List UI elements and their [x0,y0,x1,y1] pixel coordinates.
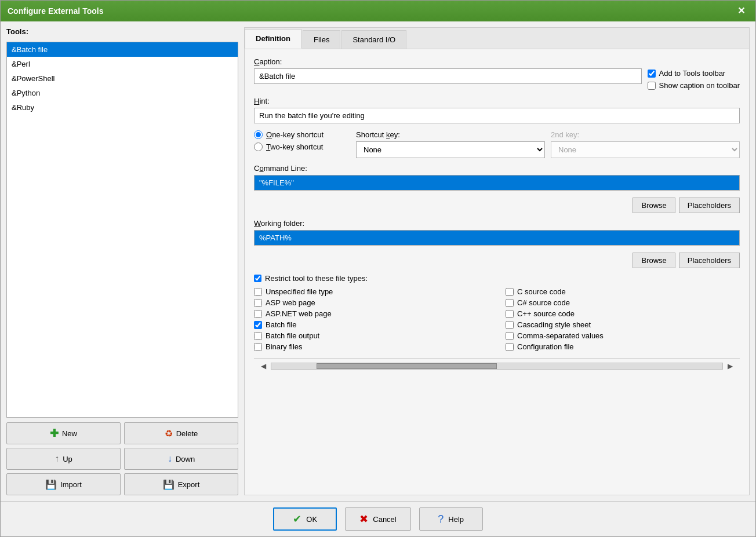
second-key-col: 2nd key: None [551,130,740,158]
command-line-placeholders-button[interactable]: Placeholders [679,198,740,213]
close-button[interactable]: ✕ [734,5,748,17]
filetype-batch-output: Batch file output [254,331,488,340]
working-folder-browse-button[interactable]: Browse [633,253,675,268]
add-to-toolbar-label: Add to Tools toolbar [659,69,726,78]
restrict-section: Restrict tool to these file types: Unspe… [254,274,740,351]
working-folder-label: Working folder: [254,219,740,228]
shortcut-key-label: Shortcut key: [356,130,545,139]
filetype-batch-checkbox[interactable] [254,321,262,329]
scroll-left-arrow[interactable]: ◀ [259,361,268,371]
one-key-radio-item: One-key shortcut [254,130,347,139]
help-icon: ? [438,513,444,525]
tools-label: Tools: [6,27,238,36]
delete-label: Delete [176,429,198,438]
down-label: Down [176,455,195,463]
show-caption-label: Show caption on toolbar [659,81,740,90]
dialog-body: Tools: &Batch file &Perl &PowerShell &Py… [1,21,755,501]
filetype-batch-output-checkbox[interactable] [254,332,262,340]
working-folder-input[interactable] [254,230,740,246]
two-key-label: Two-key shortcut [266,143,323,151]
restrict-header: Restrict tool to these file types: [254,274,740,283]
filetype-binary-checkbox[interactable] [254,343,262,351]
add-to-toolbar-checkbox[interactable] [648,70,656,78]
one-key-label: One-key shortcut [266,130,324,139]
shortcut-type-group: One-key shortcut Two-key shortcut [254,130,347,151]
scroll-right-arrow[interactable]: ▶ [725,361,735,371]
tab-files[interactable]: Files [303,30,340,49]
tools-list[interactable]: &Batch file &Perl &PowerShell &Python &R… [6,42,238,418]
command-line-input[interactable] [254,175,740,191]
tools-list-item-powershell[interactable]: &PowerShell [7,71,238,86]
export-button[interactable]: 💾 Export [124,473,238,495]
filetype-unspecified-checkbox[interactable] [254,288,262,296]
command-line-browse-row: Browse Placeholders [254,198,740,213]
down-arrow-icon: ↓ [168,454,172,464]
one-key-radio[interactable] [254,130,263,139]
left-panel: Tools: &Batch file &Perl &PowerShell &Py… [6,27,238,495]
filetype-csv-checkbox[interactable] [506,332,514,340]
caption-input[interactable] [254,68,642,84]
new-button[interactable]: ✚ New [6,422,121,444]
tools-list-item-ruby[interactable]: &Ruby [7,100,238,115]
tools-list-item-batch[interactable]: &Batch file [7,42,238,57]
cancel-button[interactable]: ✖ Cancel [345,507,410,531]
filetype-config: Configuration file [506,342,740,351]
hint-input[interactable] [254,108,740,123]
shortcut-key-col: Shortcut key: None [356,130,545,158]
new-label: New [62,429,77,438]
filetype-aspnet-checkbox[interactable] [254,310,262,318]
tools-list-item-python[interactable]: &Python [7,86,238,100]
import-button[interactable]: 💾 Import [6,473,121,495]
filetype-c-source: C source code [506,287,740,296]
caption-label: Caption: [254,57,642,66]
definition-tab-content: Caption: Add to Tools toolbar Show capti… [245,49,749,495]
filetype-css-checkbox[interactable] [506,321,514,329]
restrict-label: Restrict tool to these file types: [265,274,368,283]
tab-definition[interactable]: Definition [245,29,301,49]
filetype-unspecified: Unspecified file type [254,287,488,296]
filetype-asp-web: ASP web page [254,298,488,307]
second-key-select[interactable]: None [551,141,740,158]
delete-button[interactable]: ♻ Delete [124,422,238,444]
export-label: Export [178,480,200,489]
filetype-csharp-source: C# source code [506,298,740,307]
filetypes-grid: Unspecified file type C source code ASP … [254,287,740,351]
working-folder-browse-row: Browse Placeholders [254,253,740,268]
show-caption-checkbox[interactable] [648,82,656,90]
help-button[interactable]: ? Help [419,507,483,531]
filetype-config-checkbox[interactable] [506,343,514,351]
dialog-footer: ✔ OK ✖ Cancel ? Help [1,501,755,536]
dialog-title: Configure External Tools [8,6,103,16]
ok-button[interactable]: ✔ OK [273,507,337,531]
filetype-batch-file: Batch file [254,320,488,329]
configure-external-tools-dialog: Configure External Tools ✕ Tools: &Batch… [0,0,756,537]
filetype-binary: Binary files [254,342,488,351]
shortcut-key-select[interactable]: None [356,141,545,158]
import-icon: 💾 [45,479,57,490]
show-caption-checkbox-item: Show caption on toolbar [648,81,740,90]
two-key-radio-item: Two-key shortcut [254,143,347,151]
filetype-csharp-checkbox[interactable] [506,299,514,307]
restrict-checkbox[interactable] [254,275,261,282]
working-folder-placeholders-button[interactable]: Placeholders [679,253,740,268]
scroll-track[interactable] [271,363,723,370]
two-key-radio[interactable] [254,143,263,151]
down-button[interactable]: ↓ Down [124,448,238,470]
delete-icon: ♻ [165,428,173,439]
command-line-browse-button[interactable]: Browse [633,198,675,213]
cancel-label: Cancel [373,515,396,524]
add-to-toolbar-checkbox-item: Add to Tools toolbar [648,69,740,78]
help-label: Help [448,515,464,524]
tab-standard-io[interactable]: Standard I/O [341,30,406,49]
filetype-cpp-checkbox[interactable] [506,310,514,318]
command-line-group: Command Line: [254,164,740,191]
up-button[interactable]: ↑ Up [6,448,121,470]
plus-icon: ✚ [50,427,59,440]
ok-label: OK [306,515,317,524]
filetype-asp-web-checkbox[interactable] [254,299,262,307]
filetype-aspnet-web: ASP.NET web page [254,309,488,318]
filetype-c-source-checkbox[interactable] [506,288,514,296]
cancel-icon: ✖ [359,513,368,525]
tools-list-item-perl[interactable]: &Perl [7,57,238,71]
ok-icon: ✔ [293,513,301,525]
